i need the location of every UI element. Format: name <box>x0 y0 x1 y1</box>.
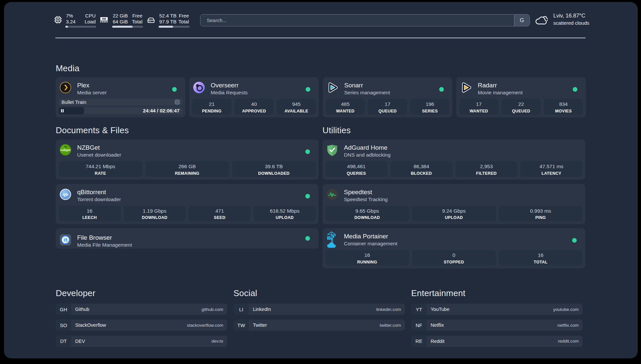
svg-text:nzbget: nzbget <box>60 148 70 152</box>
svg-text:qb: qb <box>63 192 68 197</box>
